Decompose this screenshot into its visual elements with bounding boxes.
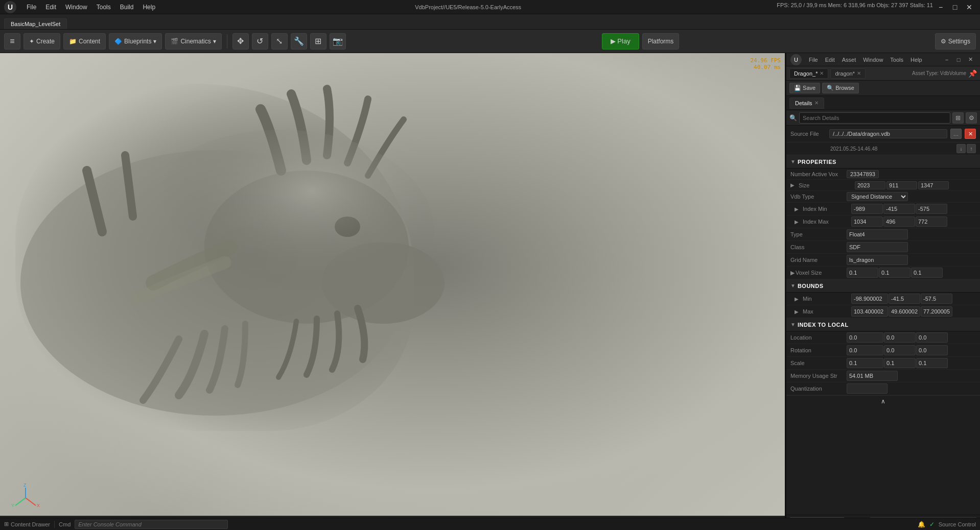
memory-usage-input[interactable]: [847, 371, 898, 381]
cinematics-button[interactable]: 🎬 Cinematics ▾: [165, 33, 221, 50]
panel-menu-tools[interactable]: Tools: [887, 56, 906, 64]
bounds-max-expand-icon[interactable]: ▶: [795, 309, 803, 315]
status-cmd[interactable]: Cmd: [59, 521, 71, 527]
settings-button[interactable]: ⚙ Settings: [935, 33, 976, 50]
class-input[interactable]: [847, 242, 908, 252]
date-down-arrow[interactable]: ↓: [956, 144, 966, 153]
hamburger-button[interactable]: ≡: [4, 33, 20, 50]
location-y-input[interactable]: [884, 332, 916, 343]
rotation-y-input[interactable]: [884, 345, 916, 355]
bounds-min-x-input[interactable]: [851, 294, 888, 304]
transform-tool[interactable]: 🔧: [291, 33, 307, 50]
index-min-z-input[interactable]: [916, 204, 947, 214]
minimize-button[interactable]: −: [934, 2, 947, 12]
play-button[interactable]: ▶ Play: [602, 33, 639, 50]
scale-tool[interactable]: ⤡: [271, 33, 288, 50]
save-button[interactable]: 💾 Save: [789, 83, 820, 93]
index-max-y-input[interactable]: [883, 216, 915, 227]
index-to-local-section-header[interactable]: ▼ Index to Local: [786, 318, 980, 331]
panel-menu-asset[interactable]: Asset: [839, 56, 859, 64]
close-button[interactable]: ✕: [963, 2, 976, 12]
move-tool[interactable]: ✥: [232, 33, 249, 50]
bounds-max-z-input[interactable]: [921, 306, 952, 317]
size-y-input[interactable]: [886, 181, 917, 189]
grid-name-input[interactable]: [847, 255, 908, 265]
source-file-browse-button[interactable]: …: [950, 129, 962, 139]
bounds-min-expand-icon[interactable]: ▶: [795, 296, 803, 302]
type-input[interactable]: [847, 229, 908, 239]
content-button[interactable]: 📁 Content: [63, 33, 106, 50]
scale-x-input[interactable]: [847, 358, 883, 368]
location-z-input[interactable]: [916, 332, 948, 343]
cinematics-icon: 🎬: [171, 38, 178, 45]
voxel-size-label: ▶ Voxel Size: [790, 270, 847, 276]
asset-tab-2-close[interactable]: ✕: [857, 70, 861, 76]
status-source-control[interactable]: Source Control: [939, 521, 976, 527]
menu-window[interactable]: Window: [61, 3, 91, 12]
details-tab-item[interactable]: Details ✕: [789, 98, 824, 109]
bounds-min-y-input[interactable]: [889, 294, 920, 304]
platforms-button[interactable]: Platforms: [642, 33, 680, 50]
bounds-section-header[interactable]: ▼ Bounds: [786, 279, 980, 293]
collapse-button[interactable]: ∧: [786, 395, 980, 406]
index-max-z-input[interactable]: [916, 216, 947, 227]
asset-tab-dragon[interactable]: Dragon_* ✕: [789, 68, 828, 79]
size-expand-icon[interactable]: ▶: [790, 182, 799, 188]
properties-section-header[interactable]: ▼ PROPERTIES: [786, 155, 980, 168]
rotation-x-input[interactable]: [847, 345, 883, 355]
index-min-y-input[interactable]: [883, 204, 915, 214]
date-up-arrow[interactable]: ↑: [967, 144, 976, 153]
index-min-x-input[interactable]: [851, 204, 883, 214]
location-x-input[interactable]: [847, 332, 883, 343]
size-z-input[interactable]: [918, 181, 949, 189]
map-tab[interactable]: BasicMap_LevelSet: [4, 18, 67, 29]
search-input[interactable]: [799, 112, 950, 124]
voxel-size-x-input[interactable]: [847, 268, 878, 278]
asset-tab-dragon-2[interactable]: dragon* ✕: [830, 68, 866, 79]
camera-tool[interactable]: 📷: [330, 33, 346, 50]
browse-button[interactable]: 🔍 Browse: [822, 83, 859, 93]
voxel-size-expand-icon[interactable]: ▶: [790, 270, 795, 276]
asset-tab-1-close[interactable]: ✕: [820, 70, 824, 76]
quantization-input[interactable]: [847, 383, 888, 394]
menu-file[interactable]: File: [22, 3, 40, 12]
status-content-drawer[interactable]: ⊞ Content Drawer: [4, 521, 50, 527]
bounds-max-x-input[interactable]: [851, 306, 888, 317]
voxel-size-z-input[interactable]: [911, 268, 943, 278]
menu-build[interactable]: Build: [116, 3, 138, 12]
bounds-min-z-input[interactable]: [921, 294, 952, 304]
menu-edit[interactable]: Edit: [41, 3, 60, 12]
rotation-z-input[interactable]: [916, 345, 948, 355]
create-button[interactable]: ✦ Create: [24, 33, 60, 50]
menu-tools[interactable]: Tools: [92, 3, 115, 12]
size-x-input[interactable]: [855, 181, 885, 189]
rotate-tool[interactable]: ↺: [252, 33, 268, 50]
blueprints-button[interactable]: 🔷 Blueprints ▾: [109, 33, 162, 50]
maximize-button[interactable]: □: [948, 2, 962, 12]
asset-pin-icon[interactable]: 📌: [968, 69, 977, 78]
source-file-delete-button[interactable]: ✕: [965, 129, 976, 139]
vdb-type-select[interactable]: Signed Distance: [847, 192, 908, 201]
viewport[interactable]: 24.96 FPS 40.07 ms X Y Z ⊞ Content Drawe…: [0, 53, 786, 530]
scale-z-input[interactable]: [916, 358, 948, 368]
menu-help[interactable]: Help: [138, 3, 159, 12]
details-tab-bar: Details ✕: [786, 96, 980, 110]
panel-maximize-button[interactable]: □: [953, 56, 964, 64]
scale-y-input[interactable]: [884, 358, 916, 368]
index-min-expand-icon[interactable]: ▶: [795, 206, 803, 212]
panel-menu-file[interactable]: File: [806, 56, 821, 64]
panel-menu-edit[interactable]: Edit: [822, 56, 838, 64]
bounds-max-y-input[interactable]: [889, 306, 920, 317]
status-console-input[interactable]: [75, 520, 228, 529]
panel-minimize-button[interactable]: −: [941, 56, 952, 64]
voxel-size-y-input[interactable]: [879, 268, 911, 278]
panel-menu-help[interactable]: Help: [907, 56, 925, 64]
settings-icon[interactable]: ⚙: [966, 112, 977, 124]
panel-close-button[interactable]: ✕: [965, 56, 976, 64]
snap-tool[interactable]: ⊞: [310, 33, 326, 50]
index-max-x-input[interactable]: [851, 216, 883, 227]
details-tab-close[interactable]: ✕: [814, 100, 819, 106]
panel-menu-window[interactable]: Window: [860, 56, 886, 64]
grid-view-button[interactable]: ⊞: [952, 112, 964, 124]
index-max-expand-icon[interactable]: ▶: [795, 219, 803, 225]
